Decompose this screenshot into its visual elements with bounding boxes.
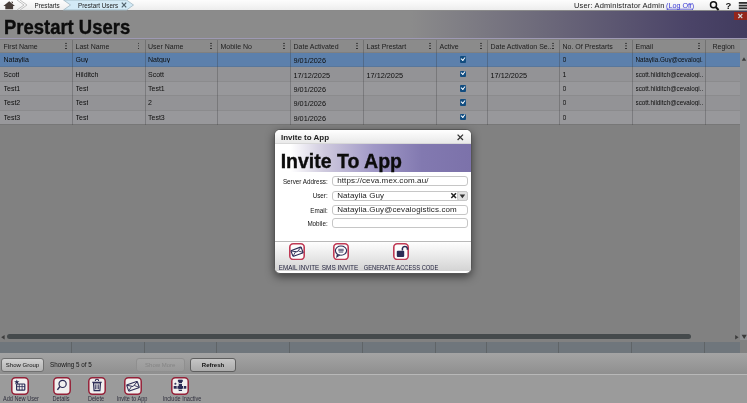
svg-text:User: Administrator Admin: User: Administrator Admin xyxy=(574,1,664,10)
svg-text:(Log Off): (Log Off) xyxy=(666,1,694,10)
svg-text:Prestart Users: Prestart Users xyxy=(78,2,118,9)
svg-text:Prestarts: Prestarts xyxy=(35,2,60,9)
svg-text:?: ? xyxy=(726,0,732,11)
